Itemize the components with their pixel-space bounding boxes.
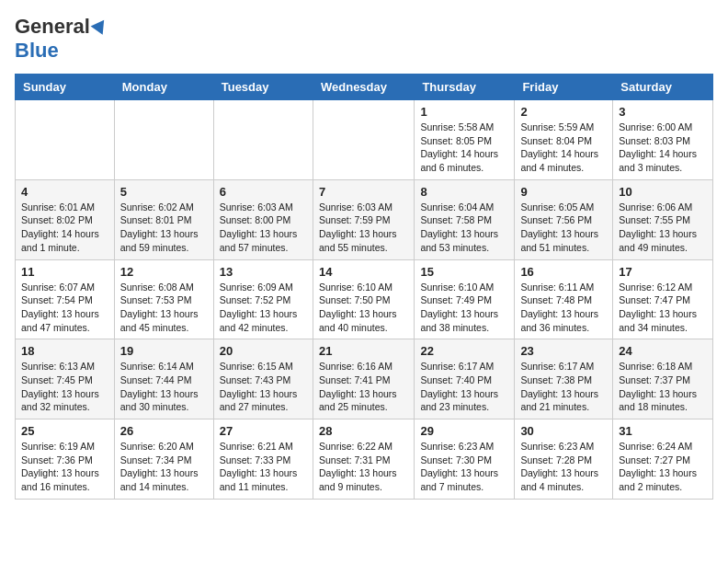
- calendar-cell: 4Sunrise: 6:01 AMSunset: 8:02 PMDaylight…: [16, 179, 115, 259]
- cell-day-number: 13: [220, 265, 307, 279]
- cell-info-text: Sunrise: 6:14 AMSunset: 7:44 PMDaylight:…: [120, 360, 208, 414]
- cell-info-text: Sunrise: 5:58 AMSunset: 8:05 PMDaylight:…: [420, 121, 508, 175]
- cell-day-number: 1: [420, 105, 508, 119]
- cell-day-number: 5: [120, 185, 208, 199]
- cell-day-number: 30: [520, 424, 607, 438]
- cell-day-number: 7: [319, 185, 408, 199]
- cell-info-text: Sunrise: 6:05 AMSunset: 7:56 PMDaylight:…: [520, 201, 607, 255]
- cell-day-number: 6: [220, 185, 307, 199]
- calendar-week-3: 11Sunrise: 6:07 AMSunset: 7:54 PMDayligh…: [16, 259, 713, 339]
- cell-info-text: Sunrise: 6:22 AMSunset: 7:31 PMDaylight:…: [319, 440, 408, 494]
- calendar-cell: 3Sunrise: 6:00 AMSunset: 8:03 PMDaylight…: [613, 100, 713, 180]
- cell-day-number: 23: [520, 344, 607, 358]
- calendar-cell: 31Sunrise: 6:24 AMSunset: 7:27 PMDayligh…: [613, 419, 713, 500]
- calendar-cell: 30Sunrise: 6:23 AMSunset: 7:28 PMDayligh…: [515, 419, 613, 500]
- cell-info-text: Sunrise: 6:06 AMSunset: 7:55 PMDaylight:…: [619, 201, 707, 255]
- calendar-cell: 13Sunrise: 6:09 AMSunset: 7:52 PMDayligh…: [213, 259, 313, 339]
- cell-day-number: 22: [420, 344, 508, 358]
- cell-day-number: 21: [319, 344, 408, 358]
- cell-day-number: 8: [420, 185, 508, 199]
- cell-info-text: Sunrise: 6:04 AMSunset: 7:58 PMDaylight:…: [420, 201, 508, 255]
- logo: General Blue: [15, 15, 107, 63]
- cell-day-number: 11: [21, 265, 108, 279]
- calendar-cell: [213, 100, 313, 180]
- calendar-cell: 1Sunrise: 5:58 AMSunset: 8:05 PMDaylight…: [415, 100, 515, 180]
- calendar-week-4: 18Sunrise: 6:13 AMSunset: 7:45 PMDayligh…: [16, 339, 713, 419]
- calendar-cell: [114, 100, 213, 180]
- calendar-cell: 11Sunrise: 6:07 AMSunset: 7:54 PMDayligh…: [16, 259, 115, 339]
- cell-day-number: 9: [520, 185, 607, 199]
- cell-info-text: Sunrise: 6:09 AMSunset: 7:52 PMDaylight:…: [220, 281, 307, 335]
- calendar-cell: 16Sunrise: 6:11 AMSunset: 7:48 PMDayligh…: [515, 259, 613, 339]
- cell-info-text: Sunrise: 6:03 AMSunset: 7:59 PMDaylight:…: [319, 201, 408, 255]
- cell-day-number: 31: [619, 424, 707, 438]
- cell-info-text: Sunrise: 6:17 AMSunset: 7:38 PMDaylight:…: [520, 360, 607, 414]
- cell-info-text: Sunrise: 6:15 AMSunset: 7:43 PMDaylight:…: [220, 360, 307, 414]
- cell-day-number: 3: [619, 105, 707, 119]
- calendar-cell: 5Sunrise: 6:02 AMSunset: 8:01 PMDaylight…: [114, 179, 213, 259]
- calendar-cell: 12Sunrise: 6:08 AMSunset: 7:53 PMDayligh…: [114, 259, 213, 339]
- calendar-cell: 9Sunrise: 6:05 AMSunset: 7:56 PMDaylight…: [515, 179, 613, 259]
- weekday-header-tuesday: Tuesday: [213, 75, 313, 100]
- cell-day-number: 20: [220, 344, 307, 358]
- calendar-cell: 29Sunrise: 6:23 AMSunset: 7:30 PMDayligh…: [415, 419, 515, 500]
- cell-day-number: 2: [520, 105, 607, 119]
- weekday-header-sunday: Sunday: [16, 75, 115, 100]
- cell-day-number: 14: [319, 265, 408, 279]
- cell-day-number: 19: [120, 344, 208, 358]
- weekday-header-thursday: Thursday: [415, 75, 515, 100]
- cell-info-text: Sunrise: 6:19 AMSunset: 7:36 PMDaylight:…: [21, 440, 108, 494]
- calendar-cell: 28Sunrise: 6:22 AMSunset: 7:31 PMDayligh…: [313, 419, 414, 500]
- cell-info-text: Sunrise: 6:07 AMSunset: 7:54 PMDaylight:…: [21, 281, 108, 335]
- cell-info-text: Sunrise: 6:03 AMSunset: 8:00 PMDaylight:…: [220, 201, 307, 255]
- cell-day-number: 12: [120, 265, 208, 279]
- calendar-week-2: 4Sunrise: 6:01 AMSunset: 8:02 PMDaylight…: [16, 179, 713, 259]
- cell-day-number: 15: [420, 265, 508, 279]
- cell-info-text: Sunrise: 6:16 AMSunset: 7:41 PMDaylight:…: [319, 360, 408, 414]
- calendar-cell: 20Sunrise: 6:15 AMSunset: 7:43 PMDayligh…: [213, 339, 313, 419]
- page-header: General Blue: [15, 15, 713, 63]
- weekday-header-saturday: Saturday: [613, 75, 713, 100]
- logo-blue: Blue: [15, 39, 59, 63]
- cell-info-text: Sunrise: 6:01 AMSunset: 8:02 PMDaylight:…: [21, 201, 108, 255]
- cell-info-text: Sunrise: 6:00 AMSunset: 8:03 PMDaylight:…: [619, 121, 707, 175]
- cell-info-text: Sunrise: 6:17 AMSunset: 7:40 PMDaylight:…: [420, 360, 508, 414]
- cell-day-number: 27: [220, 424, 307, 438]
- cell-day-number: 4: [21, 185, 108, 199]
- cell-day-number: 29: [420, 424, 508, 438]
- cell-day-number: 10: [619, 185, 707, 199]
- calendar-cell: [313, 100, 414, 180]
- calendar-cell: 10Sunrise: 6:06 AMSunset: 7:55 PMDayligh…: [613, 179, 713, 259]
- calendar-cell: 19Sunrise: 6:14 AMSunset: 7:44 PMDayligh…: [114, 339, 213, 419]
- calendar-cell: 26Sunrise: 6:20 AMSunset: 7:34 PMDayligh…: [114, 419, 213, 500]
- calendar-week-5: 25Sunrise: 6:19 AMSunset: 7:36 PMDayligh…: [16, 419, 713, 500]
- calendar-week-1: 1Sunrise: 5:58 AMSunset: 8:05 PMDaylight…: [16, 100, 713, 180]
- cell-info-text: Sunrise: 6:10 AMSunset: 7:50 PMDaylight:…: [319, 281, 408, 335]
- cell-info-text: Sunrise: 6:23 AMSunset: 7:28 PMDaylight:…: [520, 440, 607, 494]
- cell-info-text: Sunrise: 6:23 AMSunset: 7:30 PMDaylight:…: [420, 440, 508, 494]
- cell-info-text: Sunrise: 5:59 AMSunset: 8:04 PMDaylight:…: [520, 121, 607, 175]
- weekday-header-monday: Monday: [114, 75, 213, 100]
- calendar-cell: 27Sunrise: 6:21 AMSunset: 7:33 PMDayligh…: [213, 419, 313, 500]
- calendar-cell: 2Sunrise: 5:59 AMSunset: 8:04 PMDaylight…: [515, 100, 613, 180]
- calendar-cell: 6Sunrise: 6:03 AMSunset: 8:00 PMDaylight…: [213, 179, 313, 259]
- cell-day-number: 24: [619, 344, 707, 358]
- calendar-cell: [16, 100, 115, 180]
- calendar-cell: 18Sunrise: 6:13 AMSunset: 7:45 PMDayligh…: [16, 339, 115, 419]
- cell-day-number: 16: [520, 265, 607, 279]
- calendar-cell: 23Sunrise: 6:17 AMSunset: 7:38 PMDayligh…: [515, 339, 613, 419]
- cell-day-number: 18: [21, 344, 108, 358]
- cell-info-text: Sunrise: 6:21 AMSunset: 7:33 PMDaylight:…: [220, 440, 307, 494]
- cell-info-text: Sunrise: 6:10 AMSunset: 7:49 PMDaylight:…: [420, 281, 508, 335]
- calendar-cell: 25Sunrise: 6:19 AMSunset: 7:36 PMDayligh…: [16, 419, 115, 500]
- cell-info-text: Sunrise: 6:12 AMSunset: 7:47 PMDaylight:…: [619, 281, 707, 335]
- calendar-header-row: SundayMondayTuesdayWednesdayThursdayFrid…: [16, 75, 713, 100]
- weekday-header-wednesday: Wednesday: [313, 75, 414, 100]
- calendar-cell: 7Sunrise: 6:03 AMSunset: 7:59 PMDaylight…: [313, 179, 414, 259]
- cell-info-text: Sunrise: 6:02 AMSunset: 8:01 PMDaylight:…: [120, 201, 208, 255]
- calendar-cell: 15Sunrise: 6:10 AMSunset: 7:49 PMDayligh…: [415, 259, 515, 339]
- cell-day-number: 17: [619, 265, 707, 279]
- cell-info-text: Sunrise: 6:20 AMSunset: 7:34 PMDaylight:…: [120, 440, 208, 494]
- cell-info-text: Sunrise: 6:11 AMSunset: 7:48 PMDaylight:…: [520, 281, 607, 335]
- calendar-cell: 24Sunrise: 6:18 AMSunset: 7:37 PMDayligh…: [613, 339, 713, 419]
